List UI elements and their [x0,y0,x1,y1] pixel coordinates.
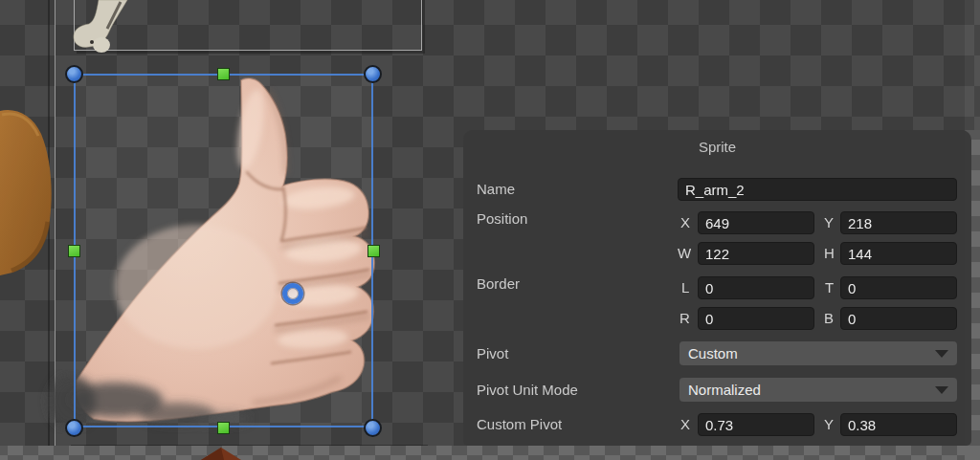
border-l-label: L [681,279,689,296]
custom-pivot-x-label: X [680,416,690,432]
edge-handle-right[interactable] [368,245,380,257]
edge-handle-top[interactable] [217,68,230,80]
corner-handle-top-left[interactable] [65,65,83,83]
position-w-input[interactable] [698,242,814,265]
border-r-input[interactable] [698,307,814,330]
custom-pivot-label: Custom Pivot [477,416,562,432]
border-t-input[interactable] [840,276,957,299]
border-b-label: B [824,310,834,326]
pivot-unit-mode-label: Pivot Unit Mode [477,382,578,398]
custom-pivot-y-input[interactable] [840,413,957,436]
corner-handle-bottom-right[interactable] [364,419,382,437]
pivot-handle[interactable] [282,283,303,304]
pivot-dropdown-value: Custom [688,345,738,361]
border-r-label: R [679,310,690,326]
corner-handle-top-right[interactable] [364,65,382,83]
chevron-down-icon [935,386,948,394]
position-h-input[interactable] [840,242,957,265]
border-label: Border [477,275,520,292]
position-w-label: W [678,245,691,261]
sprite-inspector-panel: Sprite Name Position X Y W H Border L T … [463,130,971,446]
position-label: Position [477,210,527,227]
pivot-dropdown[interactable]: Custom [679,341,957,365]
border-l-input[interactable] [698,276,814,299]
pivot-unit-mode-value: Normalized [688,382,761,398]
corner-handle-bottom-left[interactable] [65,419,83,437]
position-h-label: H [824,245,835,261]
name-label: Name [477,181,515,197]
custom-pivot-y-label: Y [824,416,834,432]
chevron-down-icon [935,350,948,358]
sprite-selection-rect[interactable] [74,74,373,427]
pivot-label: Pivot [477,345,508,361]
sprite-editor-viewport[interactable]: Sprite Name Position X Y W H Border L T … [0,0,980,460]
position-x-input[interactable] [698,211,814,234]
edge-handle-left[interactable] [68,245,80,257]
pivot-unit-mode-dropdown[interactable]: Normalized [679,378,957,402]
position-x-label: X [680,214,690,230]
position-y-label: Y [824,214,834,230]
border-b-input[interactable] [840,307,957,330]
custom-pivot-x-input[interactable] [698,413,814,436]
position-y-input[interactable] [840,211,957,234]
panel-title: Sprite [463,139,971,155]
border-t-label: T [825,279,834,296]
name-input[interactable] [678,178,957,201]
edge-handle-bottom[interactable] [217,422,230,434]
